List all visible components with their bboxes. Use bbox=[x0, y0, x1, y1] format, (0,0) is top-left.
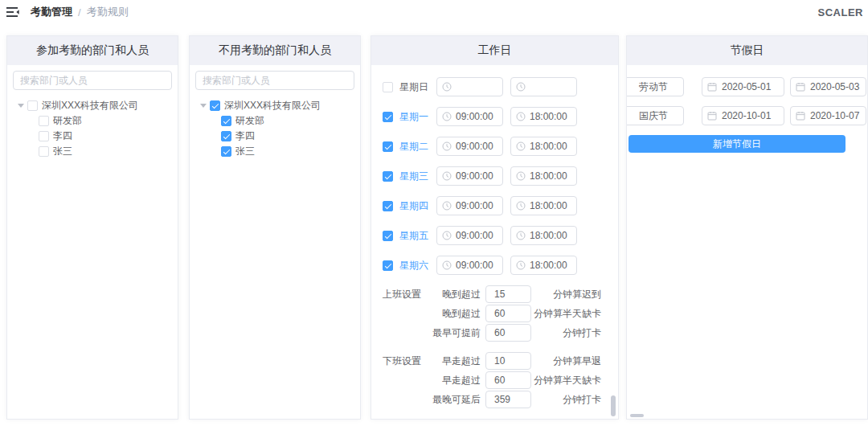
start-date-value: 2020-10-01 bbox=[722, 110, 771, 121]
setting-suffix: 分钟打卡 bbox=[531, 326, 601, 340]
breadcrumb-separator: / bbox=[78, 6, 81, 18]
tree-node[interactable]: 深圳XXX科技有限公司 bbox=[18, 98, 172, 113]
weekday-checkbox[interactable] bbox=[383, 171, 393, 182]
tree-node-label[interactable]: 李四 bbox=[53, 129, 72, 143]
setting-section-title: 下班设置 bbox=[383, 354, 432, 368]
weekday-checkbox[interactable] bbox=[383, 201, 393, 211]
minutes-input[interactable] bbox=[485, 324, 531, 342]
tree-node[interactable]: 李四 bbox=[221, 129, 354, 144]
weekday-label: 星期六 bbox=[399, 259, 432, 272]
holiday-name-input[interactable] bbox=[626, 106, 684, 125]
end-time-input[interactable] bbox=[510, 77, 577, 96]
breadcrumb-item-parent[interactable]: 考勤管理 bbox=[31, 5, 72, 19]
tree-checkbox[interactable] bbox=[27, 100, 38, 111]
holiday-end-date-input[interactable]: 2020-05-03 bbox=[790, 77, 866, 96]
end-date-value: 2020-05-03 bbox=[810, 81, 859, 92]
horizontal-scrollbar-thumb[interactable] bbox=[630, 414, 644, 417]
start-time-input[interactable]: 09:00:00 bbox=[436, 226, 503, 245]
clock-icon bbox=[442, 260, 452, 270]
tree-checkbox[interactable] bbox=[221, 116, 231, 126]
end-time-input[interactable]: 18:00:00 bbox=[510, 196, 577, 215]
tree-node[interactable]: 研发部 bbox=[221, 113, 354, 129]
clock-icon bbox=[516, 201, 526, 211]
tree-node-label[interactable]: 张三 bbox=[53, 145, 72, 158]
holiday-end-date-input[interactable]: 2020-10-07 bbox=[790, 106, 866, 125]
start-time-value: 09:00:00 bbox=[456, 200, 493, 211]
tree-node-label[interactable]: 深圳XXX科技有限公司 bbox=[224, 99, 321, 113]
weekday-row: 星期四 09:00:00 18:00:00 bbox=[383, 196, 618, 215]
setting-row: 最晚可延后 分钟打卡 bbox=[383, 391, 618, 408]
holiday-name-input[interactable] bbox=[626, 77, 684, 96]
end-time-input[interactable]: 18:00:00 bbox=[510, 137, 577, 156]
tree-node[interactable]: 研发部 bbox=[39, 113, 172, 129]
tree-node[interactable]: 深圳XXX科技有限公司 bbox=[200, 98, 354, 113]
tree-node[interactable]: 张三 bbox=[221, 144, 354, 159]
start-time-input[interactable]: 09:00:00 bbox=[436, 196, 503, 215]
start-time-input[interactable]: 09:00:00 bbox=[436, 166, 503, 186]
holiday-start-date-input[interactable]: 2020-10-01 bbox=[702, 106, 784, 125]
start-time-value: 09:00:00 bbox=[456, 230, 493, 241]
start-time-value: 09:00:00 bbox=[456, 170, 493, 182]
tree-node-label[interactable]: 研发部 bbox=[53, 114, 82, 128]
clock-icon bbox=[442, 201, 452, 211]
caret-down-icon[interactable] bbox=[200, 98, 210, 113]
tree-node-label[interactable]: 深圳XXX科技有限公司 bbox=[42, 99, 138, 113]
end-time-input[interactable]: 18:00:00 bbox=[510, 166, 577, 186]
start-time-value: 09:00:00 bbox=[456, 111, 493, 122]
clock-icon bbox=[516, 231, 526, 240]
weekday-checkbox[interactable] bbox=[383, 141, 393, 152]
tree-checkbox[interactable] bbox=[39, 131, 49, 141]
tree-node-label[interactable]: 张三 bbox=[235, 145, 255, 158]
clock-icon bbox=[442, 82, 452, 92]
end-time-input[interactable]: 18:00:00 bbox=[510, 107, 577, 126]
minutes-input[interactable] bbox=[485, 371, 531, 389]
start-time-input[interactable]: 09:00:00 bbox=[436, 137, 503, 156]
add-holiday-button[interactable]: 新增节假日 bbox=[628, 135, 845, 153]
tree-node-label[interactable]: 研发部 bbox=[235, 114, 264, 128]
setting-row: 最早可提前 分钟打卡 bbox=[383, 324, 618, 342]
weekday-checkbox[interactable] bbox=[383, 82, 393, 92]
tree-checkbox[interactable] bbox=[39, 146, 49, 157]
tree-checkbox[interactable] bbox=[39, 116, 49, 126]
weekday-row: 星期一 09:00:00 18:00:00 bbox=[383, 107, 618, 126]
end-time-input[interactable]: 18:00:00 bbox=[510, 226, 577, 245]
start-time-input[interactable] bbox=[436, 77, 503, 96]
holiday-panel-title: 节假日 bbox=[627, 36, 867, 65]
end-time-value: 18:00:00 bbox=[530, 260, 567, 271]
tree-checkbox[interactable] bbox=[221, 131, 231, 141]
end-time-value: 18:00:00 bbox=[530, 230, 567, 241]
minutes-input[interactable] bbox=[485, 285, 531, 303]
tree-node-label[interactable]: 李四 bbox=[235, 129, 255, 143]
end-time-value: 18:00:00 bbox=[530, 170, 567, 182]
start-time-input[interactable]: 09:00:00 bbox=[436, 107, 503, 126]
weekday-checkbox[interactable] bbox=[383, 260, 393, 271]
exempt-search-input[interactable] bbox=[195, 71, 354, 90]
collapse-menu-icon[interactable] bbox=[6, 6, 21, 18]
exempt-tree: 深圳XXX科技有限公司 研发部 李四 张三 bbox=[195, 98, 354, 159]
breadcrumb-item-current: 考勤规则 bbox=[87, 5, 129, 19]
checkout-settings: 下班设置 早走超过 分钟算早退 早走超过 分钟算半天缺卡 最晚可延后 分钟打卡 bbox=[371, 352, 618, 408]
weekday-row: 星期三 09:00:00 18:00:00 bbox=[383, 166, 618, 186]
checkin-settings: 上班设置 晚到超过 分钟算迟到 晚到超过 分钟算半天缺卡 最早可提前 分钟打卡 bbox=[371, 285, 618, 342]
start-time-input[interactable]: 09:00:00 bbox=[436, 256, 503, 275]
start-time-value: 09:00:00 bbox=[456, 141, 493, 152]
minutes-input[interactable] bbox=[485, 391, 531, 408]
attend-search-input[interactable] bbox=[13, 71, 172, 90]
weekday-checkbox[interactable] bbox=[383, 112, 393, 122]
tree-checkbox[interactable] bbox=[221, 146, 231, 157]
clock-icon bbox=[442, 231, 452, 240]
vertical-scrollbar-thumb[interactable] bbox=[611, 395, 616, 416]
tree-node[interactable]: 张三 bbox=[39, 144, 172, 159]
minutes-input[interactable] bbox=[485, 305, 531, 322]
workday-panel-title: 工作日 bbox=[371, 36, 618, 65]
tree-checkbox[interactable] bbox=[210, 100, 220, 111]
weekday-label: 星期二 bbox=[399, 140, 432, 154]
holiday-row: 2020-10-01 2020-10-07 bbox=[627, 106, 867, 125]
minutes-input[interactable] bbox=[485, 352, 531, 370]
tree-node[interactable]: 李四 bbox=[39, 129, 172, 144]
end-time-value: 18:00:00 bbox=[530, 141, 567, 152]
end-time-input[interactable]: 18:00:00 bbox=[510, 256, 577, 275]
holiday-start-date-input[interactable]: 2020-05-01 bbox=[702, 77, 784, 96]
caret-down-icon[interactable] bbox=[18, 98, 27, 113]
weekday-checkbox[interactable] bbox=[383, 231, 393, 241]
